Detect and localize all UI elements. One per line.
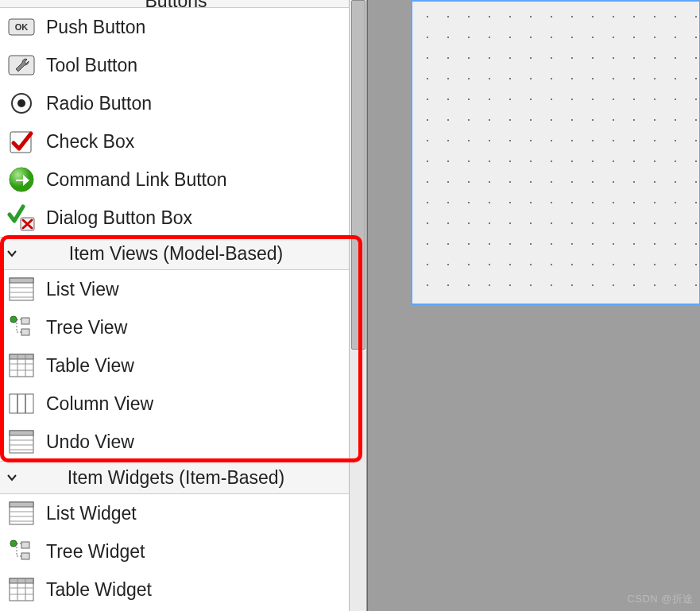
widget-label: Radio Button bbox=[46, 93, 152, 114]
widget-label: Tool Button bbox=[46, 55, 137, 76]
widget-label: Undo View bbox=[46, 431, 134, 453]
radio-icon bbox=[6, 88, 37, 118]
widget-label: Check Box bbox=[46, 131, 134, 153]
check-x-icon bbox=[6, 203, 37, 233]
category-header-buttons[interactable]: Buttons bbox=[0, 0, 349, 8]
svg-rect-23 bbox=[10, 394, 33, 413]
svg-rect-10 bbox=[10, 278, 33, 283]
widget-label: Table View bbox=[46, 355, 134, 377]
widget-label: List View bbox=[46, 279, 119, 300]
widget-label: List Widget bbox=[46, 503, 137, 524]
checkbox-icon bbox=[6, 126, 37, 157]
widget-dialog-button-box[interactable]: Dialog Button Box bbox=[0, 199, 349, 237]
widget-label: Tree Widget bbox=[46, 541, 145, 563]
svg-point-36 bbox=[10, 540, 17, 547]
category-header-item-views[interactable]: Item Views (Model-Based) bbox=[0, 237, 349, 270]
svg-rect-37 bbox=[21, 542, 29, 548]
widget-list-view[interactable]: List View bbox=[0, 270, 349, 308]
svg-rect-15 bbox=[21, 318, 29, 324]
ok-button-icon: OK bbox=[6, 12, 37, 42]
list-table-icon bbox=[6, 498, 37, 528]
widget-tree-view[interactable]: Tree View bbox=[0, 308, 349, 346]
svg-text:OK: OK bbox=[15, 22, 29, 32]
svg-rect-27 bbox=[10, 431, 33, 435]
scrollbar-thumb[interactable] bbox=[351, 0, 365, 350]
widget-tool-button[interactable]: Tool Button bbox=[0, 46, 349, 84]
widget-list-widget[interactable]: List Widget bbox=[0, 494, 349, 532]
table-icon bbox=[6, 350, 37, 381]
chevron-down-icon bbox=[3, 248, 21, 259]
columns-icon bbox=[6, 389, 37, 419]
list-table-icon bbox=[6, 274, 37, 304]
widget-push-button[interactable]: OK Push Button bbox=[0, 8, 349, 46]
svg-point-4 bbox=[17, 99, 25, 107]
widget-label: Command Link Button bbox=[46, 169, 227, 191]
form-canvas[interactable] bbox=[411, 0, 700, 305]
widget-tree-widget[interactable]: Tree Widget bbox=[0, 532, 349, 570]
category-title: Item Views (Model-Based) bbox=[21, 243, 349, 265]
chevron-down-icon bbox=[3, 472, 21, 483]
widget-label: Column View bbox=[46, 393, 153, 415]
svg-rect-40 bbox=[10, 578, 33, 583]
category-title: Item Widgets (Item-Based) bbox=[21, 467, 349, 489]
widget-check-box[interactable]: Check Box bbox=[0, 122, 349, 160]
widget-table-view[interactable]: Table View bbox=[0, 346, 349, 385]
widget-label: Tree View bbox=[46, 317, 127, 338]
widget-label: Table Widget bbox=[46, 579, 152, 601]
wrench-icon bbox=[6, 50, 37, 80]
category-header-item-widgets[interactable]: Item Widgets (Item-Based) bbox=[0, 461, 349, 494]
svg-rect-38 bbox=[21, 553, 29, 559]
svg-rect-32 bbox=[10, 502, 33, 507]
widget-table-widget[interactable]: Table Widget bbox=[0, 570, 349, 609]
list-table-icon bbox=[6, 427, 37, 457]
widget-command-link-button[interactable]: Command Link Button bbox=[0, 160, 349, 199]
tree-icon bbox=[6, 536, 37, 567]
arrow-circle-icon bbox=[6, 164, 37, 195]
category-title: Buttons bbox=[21, 0, 349, 8]
scrollbar-track[interactable] bbox=[349, 0, 366, 611]
widget-box-panel: Buttons OK Push Button Tool Button Radio… bbox=[0, 0, 367, 611]
widget-label: Dialog Button Box bbox=[46, 207, 192, 229]
table-icon bbox=[6, 574, 37, 605]
widget-label: Push Button bbox=[46, 17, 145, 38]
widget-radio-button[interactable]: Radio Button bbox=[0, 84, 349, 122]
tree-icon bbox=[6, 312, 37, 342]
svg-rect-18 bbox=[10, 354, 33, 359]
svg-rect-16 bbox=[21, 329, 29, 335]
svg-point-14 bbox=[10, 316, 17, 323]
watermark-text: CSDN @折途 bbox=[627, 592, 694, 606]
widget-column-view[interactable]: Column View bbox=[0, 385, 349, 423]
widget-undo-view[interactable]: Undo View bbox=[0, 423, 349, 461]
design-canvas-area: CSDN @折途 bbox=[367, 0, 700, 611]
